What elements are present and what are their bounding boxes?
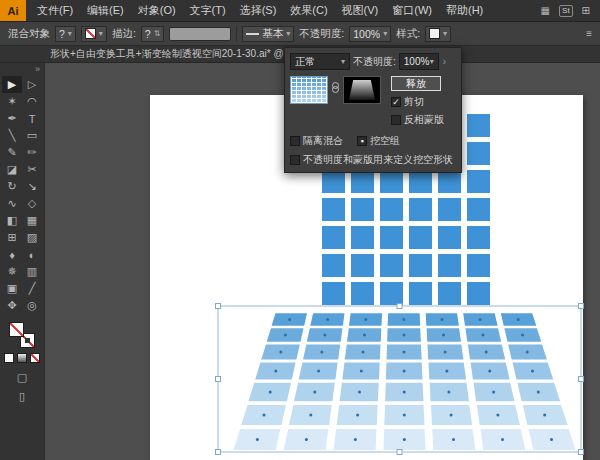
scissors-tool[interactable]: ✂ xyxy=(22,161,42,178)
blend-isolation-row: 隔离混合 ▪ 挖空组 xyxy=(290,134,456,148)
direct-selection-tool[interactable]: ▷ xyxy=(22,76,42,93)
basic-brush-icon xyxy=(246,33,259,35)
menu-edit[interactable]: 编辑(E) xyxy=(80,0,131,21)
menu-right-icons: ▦ St ⊞ xyxy=(541,5,600,17)
menu-object[interactable]: 对象(O) xyxy=(131,0,183,21)
paint-mode-buttons xyxy=(0,353,44,363)
shape-builder-tool[interactable]: ◧ xyxy=(2,212,22,229)
none-swatch-icon xyxy=(85,28,96,39)
chevron-down-icon: ▾ xyxy=(430,58,434,66)
arrange-documents-icon[interactable]: ▦ xyxy=(541,5,550,16)
symbol-sprayer-tool[interactable]: ✵ xyxy=(2,263,22,280)
gradient-button[interactable] xyxy=(17,353,27,363)
chevron-down-icon: ▾ xyxy=(286,30,290,38)
none-button[interactable] xyxy=(30,353,40,363)
menu-window[interactable]: 窗口(W) xyxy=(385,0,439,21)
flyout-chevron-icon[interactable]: › xyxy=(443,56,446,67)
rectangle-tool[interactable]: ▭ xyxy=(22,127,42,144)
unchecked-checkbox-icon xyxy=(391,115,401,125)
style-label: 样式: xyxy=(396,27,420,41)
illustrator-window: Ai 文件(F) 编辑(E) 对象(O) 文字(T) 选择(S) 效果(C) 视… xyxy=(0,0,600,460)
target-object-label: 混合对象 xyxy=(8,27,50,41)
invert-mask-label: 反相蒙版 xyxy=(404,113,444,127)
clip-checkbox[interactable]: ✓ 剪切 xyxy=(391,95,444,109)
gradient-tool[interactable]: ▨ xyxy=(22,229,42,246)
menu-view[interactable]: 视图(V) xyxy=(335,0,386,21)
panel-opacity-label: 不透明度: xyxy=(353,55,396,69)
menu-bar: Ai 文件(F) 编辑(E) 对象(O) 文字(T) 选择(S) 效果(C) 视… xyxy=(0,0,600,22)
blend-options-row: 正常 ▾ 不透明度: 100% ▾ › xyxy=(290,53,456,70)
perspective-grid-tool[interactable]: ▦ xyxy=(22,212,42,229)
width-profile-dropdown[interactable] xyxy=(169,27,231,41)
selection-tool[interactable]: ▶ xyxy=(2,76,22,93)
isolate-blending-checkbox[interactable]: 隔离混合 xyxy=(290,134,343,148)
pen-tool[interactable]: ✒ xyxy=(2,110,22,127)
eyedropper-tool[interactable]: ♦ xyxy=(2,246,22,263)
stock-icon[interactable]: St xyxy=(559,5,573,17)
line-segment-tool[interactable]: ╲ xyxy=(2,127,22,144)
stroke-color-control[interactable]: ▾ xyxy=(81,26,107,42)
panel-opacity-select[interactable]: 100% ▾ xyxy=(399,53,439,70)
eraser-tool[interactable]: ◪ xyxy=(2,161,22,178)
indeterminate-checkbox-icon: ▪ xyxy=(357,136,367,146)
lasso-tool[interactable]: ◠ xyxy=(22,93,42,110)
blend-tool[interactable]: ◐ xyxy=(22,246,42,263)
brush-definition-value: 基本 xyxy=(262,27,283,41)
paintbrush-tool[interactable]: ✎ xyxy=(2,144,22,161)
menu-file[interactable]: 文件(F) xyxy=(30,0,80,21)
menu-type[interactable]: 文字(T) xyxy=(183,0,233,21)
blend-mode-value: 正常 xyxy=(295,55,315,69)
hand-tool[interactable]: ✥ xyxy=(2,297,22,314)
release-button[interactable]: 释放 xyxy=(391,76,441,91)
panel-menu-icon[interactable]: ≡ xyxy=(586,28,592,39)
knockout-group-checkbox[interactable]: ▪ 挖空组 xyxy=(357,134,400,148)
type-tool[interactable]: T xyxy=(22,110,42,127)
mask-options-column: 释放 ✓ 剪切 反相蒙版 xyxy=(391,76,444,127)
stroke-weight-label: 描边: xyxy=(112,27,136,41)
menu-select[interactable]: 选择(S) xyxy=(233,0,284,21)
clip-label: 剪切 xyxy=(404,95,424,109)
chevron-down-icon: ▾ xyxy=(383,30,387,38)
opacity-dropdown[interactable]: 100% ▾ xyxy=(349,26,391,42)
workspace-switcher-icon[interactable]: ⊞ xyxy=(582,5,590,16)
screen-mode-icon[interactable]: ▯ xyxy=(19,390,25,403)
app-logo: Ai xyxy=(0,0,26,21)
mask-gradient-shape xyxy=(349,80,375,100)
stroke-weight-stepper[interactable]: ? ⇅ xyxy=(141,26,165,42)
color-button[interactable] xyxy=(4,353,14,363)
column-graph-tool[interactable]: ▥ xyxy=(22,263,42,280)
mask-thumbnail[interactable] xyxy=(343,76,381,104)
stroke-weight-value: ? xyxy=(145,28,151,40)
free-transform-tool[interactable]: ◇ xyxy=(22,195,42,212)
style-dropdown[interactable]: ▾ xyxy=(425,26,451,42)
fill-swatch[interactable] xyxy=(9,322,24,337)
knockout-group-label: 挖空组 xyxy=(370,134,400,148)
fill-stroke-controls xyxy=(9,322,35,348)
width-tool[interactable]: ∿ xyxy=(2,195,22,212)
artboard-tool[interactable]: ▣ xyxy=(2,280,22,297)
rotate-tool[interactable]: ↻ xyxy=(2,178,22,195)
invert-mask-checkbox[interactable]: 反相蒙版 xyxy=(391,113,444,127)
magic-wand-tool[interactable]: ✶ xyxy=(2,93,22,110)
opacity-mask-checkbox[interactable]: 不透明度和蒙版用来定义挖空形状 xyxy=(290,153,456,167)
style-swatch-icon xyxy=(429,28,440,39)
menu-effect[interactable]: 效果(C) xyxy=(283,0,334,21)
collapse-toolbar-icon[interactable]: » xyxy=(0,63,44,76)
object-thumbnail[interactable] xyxy=(290,76,328,104)
pencil-tool[interactable]: ✏ xyxy=(22,144,42,161)
slice-tool[interactable]: ╱ xyxy=(22,280,42,297)
brush-definition-dropdown[interactable]: 基本 ▾ xyxy=(242,26,294,42)
isolate-blending-label: 隔离混合 xyxy=(303,134,343,148)
unchecked-checkbox-icon xyxy=(290,155,300,165)
scale-tool[interactable]: ↘ xyxy=(22,178,42,195)
fill-value: ? xyxy=(59,28,65,40)
mesh-tool[interactable]: ⊞ xyxy=(2,229,22,246)
menu-help[interactable]: 帮助(H) xyxy=(439,0,490,21)
unchecked-checkbox-icon xyxy=(290,136,300,146)
divider xyxy=(236,26,237,42)
zoom-tool[interactable]: ◎ xyxy=(22,297,42,314)
draw-mode-icon[interactable]: ▢ xyxy=(17,371,27,384)
fill-color-control[interactable]: ? ▾ xyxy=(55,26,76,42)
blend-mode-select[interactable]: 正常 ▾ xyxy=(290,53,350,70)
opacity-label: 不透明度: xyxy=(299,27,344,41)
